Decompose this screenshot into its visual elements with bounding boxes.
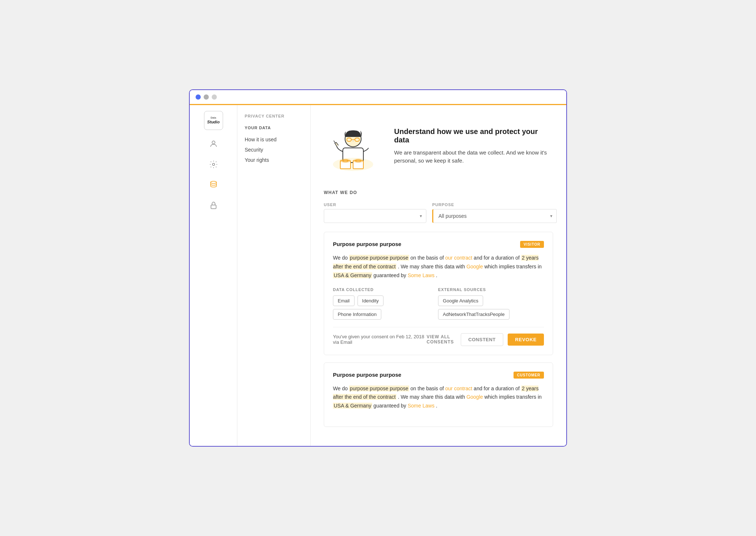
hero-section: Understand how we use and protect your d… <box>324 117 553 175</box>
browser-dot-gray1[interactable] <box>204 94 209 100</box>
user-filter-label: USER <box>324 202 426 207</box>
view-all-consents-link[interactable]: VIEW ALL CONSENTS <box>427 334 456 345</box>
card-1-badge: VISITOR <box>520 241 544 248</box>
card-1-header: Purpose purpose purpose VISITOR <box>333 241 544 248</box>
card-1-middle1: on the basis of <box>411 255 445 261</box>
card-1-link2[interactable]: Google <box>466 264 483 269</box>
svg-point-2 <box>211 181 216 183</box>
card-1-middle3: . We may share this data with <box>398 264 466 269</box>
purpose-card-2: Purpose purpose purpose CUSTOMER We do p… <box>324 362 553 427</box>
main-content: Understand how we use and protect your d… <box>311 105 566 446</box>
svg-rect-3 <box>211 205 216 209</box>
card-2-suffix: . <box>436 403 437 409</box>
svg-point-1 <box>212 163 215 165</box>
card-2-middle2: and for a duration of <box>474 386 521 391</box>
browser-bar <box>190 90 566 105</box>
nav-link-security[interactable]: Security <box>245 145 303 155</box>
tag-google-analytics: Google Analytics <box>438 295 483 306</box>
purpose-filter-group: PURPOSE All purposes ▾ <box>432 202 557 223</box>
card-1-external-sources: EXTERNAL SOURCES Google Analytics AdNetw… <box>438 287 544 320</box>
card-2-link2[interactable]: Google <box>466 394 483 400</box>
purpose-select-wrapper: All purposes ▾ <box>432 209 557 223</box>
user-filter-group: USER ▾ <box>324 202 426 223</box>
app-layout: Data Studio <box>190 105 566 446</box>
nav-link-how-used[interactable]: How it is used <box>245 134 303 145</box>
card-1-highlight1: purpose purpose purpose <box>349 255 409 261</box>
card-1-data-collected: DATA COLLECTED Email Idendity Phone Info… <box>333 287 423 320</box>
card-2-middle1: on the basis of <box>411 386 445 391</box>
user-select[interactable] <box>324 209 426 223</box>
database-icon[interactable] <box>207 178 220 191</box>
hero-title: Understand how we use and protect your d… <box>394 127 553 144</box>
hero-illustration <box>324 117 382 175</box>
sidebar: Data Studio <box>190 105 237 446</box>
card-1-body: We do purpose purpose purpose on the bas… <box>333 254 544 280</box>
card-1-middle4: which implies transfers in <box>484 264 541 269</box>
filters: USER ▾ PURPOSE All purposes ▾ <box>324 202 553 223</box>
consent-button[interactable]: CONSTENT <box>461 333 504 346</box>
card-1-tag-list: Email Idendity Phone Information <box>333 295 423 320</box>
card-2-title: Purpose purpose purpose <box>333 372 401 378</box>
card-1-prefix: We do <box>333 255 349 261</box>
tag-adnetwork: AdNetworkThatTracksPeople <box>438 309 509 320</box>
tag-email: Email <box>333 295 355 306</box>
card-1-highlight3: USA & Germany <box>333 272 372 278</box>
card-1-footer-actions: VIEW ALL CONSENTS CONSTENT REVOKE <box>427 333 544 346</box>
card-2-highlight3: USA & Germany <box>333 403 372 409</box>
card-2-middle3: . We may share this data with <box>398 394 466 400</box>
revoke-button[interactable]: REVOKE <box>508 334 544 346</box>
privacy-center-label: PRIVACY CENTER <box>245 114 303 118</box>
card-1-footer: You've given your consent on Feb 12, 201… <box>333 327 544 346</box>
card-1-title: Purpose purpose purpose <box>333 241 401 247</box>
card-1-consent-text: You've given your consent on Feb 12, 201… <box>333 334 427 345</box>
tag-phone: Phone Information <box>333 309 381 320</box>
card-2-middle4: which implies transfers in <box>484 394 541 400</box>
user-icon[interactable] <box>207 137 220 150</box>
purpose-filter-label: PURPOSE <box>432 202 557 207</box>
card-2-highlight1: purpose purpose purpose <box>349 386 409 391</box>
card-1-link3[interactable]: Some Laws <box>408 272 434 278</box>
what-we-do-title: WHAT WE DO <box>324 190 553 195</box>
logo-top: Data <box>211 116 216 119</box>
hero-text: Understand how we use and protect your d… <box>394 127 553 165</box>
card-1-suffix: . <box>436 272 437 278</box>
your-data-label: YOUR DATA <box>245 126 303 130</box>
purpose-card-1: Purpose purpose purpose VISITOR We do pu… <box>324 232 553 355</box>
card-1-data-collected-label: DATA COLLECTED <box>333 287 423 292</box>
nav-link-rights[interactable]: Your rights <box>245 155 303 165</box>
card-1-data-section: DATA COLLECTED Email Idendity Phone Info… <box>333 287 544 320</box>
card-1-link1[interactable]: our contract <box>445 255 472 261</box>
card-2-body: We do purpose purpose purpose on the bas… <box>333 384 544 410</box>
logo-main: Studio <box>207 120 219 124</box>
card-2-badge: CUSTOMER <box>514 372 544 379</box>
card-1-external-sources-label: EXTERNAL SOURCES <box>438 287 544 292</box>
nav-panel: PRIVACY CENTER YOUR DATA How it is used … <box>237 105 311 446</box>
card-2-link3[interactable]: Some Laws <box>408 403 434 409</box>
user-select-wrapper: ▾ <box>324 209 426 223</box>
browser-dot-blue[interactable] <box>196 94 201 100</box>
logo[interactable]: Data Studio <box>204 111 223 130</box>
card-1-external-tag-list: Google Analytics AdNetworkThatTracksPeop… <box>438 295 544 320</box>
card-2-header: Purpose purpose purpose CUSTOMER <box>333 372 544 379</box>
card-1-middle2: and for a duration of <box>474 255 521 261</box>
purpose-select[interactable]: All purposes <box>432 209 557 223</box>
card-1-middle5: guaranteed by <box>374 272 408 278</box>
card-2-prefix: We do <box>333 386 349 391</box>
svg-line-10 <box>334 141 335 143</box>
tag-identity: Idendity <box>357 295 384 306</box>
gear-icon[interactable] <box>207 158 220 171</box>
card-2-link1[interactable]: our contract <box>445 386 472 391</box>
hero-description: We are transparent about the data we col… <box>394 149 553 165</box>
browser-dot-gray2[interactable] <box>212 94 217 100</box>
card-2-middle5: guaranteed by <box>374 403 408 409</box>
svg-point-0 <box>212 141 215 144</box>
lock-icon[interactable] <box>207 199 220 212</box>
browser-window: Data Studio <box>189 89 567 447</box>
